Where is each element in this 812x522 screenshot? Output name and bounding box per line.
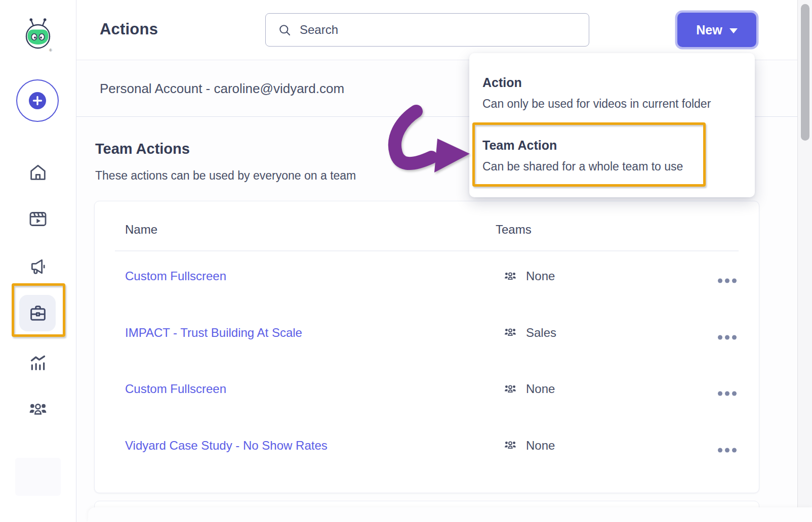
sidebar-item-analytics[interactable] <box>28 353 48 373</box>
table-row: IMPACT - Trust Building At Scale Sales <box>95 313 759 353</box>
teams-cell: None <box>503 269 555 283</box>
menu-item-description: Can only be used for videos in current f… <box>482 97 711 111</box>
team-icon <box>503 326 518 339</box>
vidyard-robot-icon: ® <box>18 14 58 55</box>
teams-cell: None <box>503 439 555 453</box>
ellipsis-menu-icon <box>718 392 722 396</box>
row-menu-button[interactable] <box>715 332 740 342</box>
menu-item-title: Team Action <box>482 138 557 153</box>
sidebar-item-teams[interactable] <box>28 400 48 420</box>
teams-cell: None <box>503 382 555 396</box>
bottom-overlay <box>88 507 812 522</box>
team-name: None <box>526 269 555 283</box>
sidebar-ghost-tile <box>15 458 61 496</box>
sidebar-item-home[interactable] <box>28 162 48 183</box>
action-name-link[interactable]: IMPACT - Trust Building At Scale <box>125 326 302 340</box>
column-header-name: Name <box>125 223 157 237</box>
team-name: Sales <box>526 326 556 340</box>
sidebar-item-actions[interactable] <box>28 303 48 323</box>
team-name: None <box>526 382 555 396</box>
menu-item-title: Action <box>482 75 522 90</box>
scrollbar-thumb[interactable] <box>801 4 809 141</box>
section-title: Team Actions <box>95 141 190 157</box>
team-icon <box>503 270 518 283</box>
row-menu-button[interactable] <box>715 388 740 399</box>
chevron-down-icon <box>729 28 738 33</box>
column-header-teams: Teams <box>496 223 532 237</box>
megaphone-icon <box>28 256 48 277</box>
table-row: Vidyard Case Study - No Show Rates None <box>95 425 759 466</box>
team-name: None <box>526 439 555 453</box>
people-icon <box>28 399 48 420</box>
search-placeholder: Search <box>300 23 338 37</box>
app-window: ® <box>0 0 812 522</box>
home-icon <box>28 162 48 183</box>
account-label: Personal Account - caroline@vidyard.com <box>100 81 344 97</box>
team-icon <box>503 382 518 396</box>
ellipsis-menu-icon <box>718 335 722 339</box>
analytics-icon <box>28 353 48 373</box>
menu-item-description: Can be shared for a whole team to use <box>482 160 683 173</box>
ellipsis-menu-icon <box>718 279 722 283</box>
sidebar-item-campaigns[interactable] <box>28 256 48 277</box>
table-row: Custom Fullscreen None <box>95 256 759 296</box>
search-input[interactable]: Search <box>265 13 589 47</box>
video-library-icon <box>28 209 48 229</box>
svg-text:®: ® <box>49 48 52 53</box>
team-icon <box>503 439 518 452</box>
top-bar: Actions Search New <box>76 0 797 60</box>
row-menu-button[interactable] <box>715 276 740 286</box>
action-name-link[interactable]: Custom Fullscreen <box>125 382 226 396</box>
section-subtitle: These actions can be used by everyone on… <box>95 169 356 183</box>
sidebar-item-videos[interactable] <box>28 209 48 229</box>
table-row: Custom Fullscreen None <box>95 369 759 409</box>
team-action-highlight-annotation <box>472 122 706 187</box>
create-button[interactable] <box>16 79 59 122</box>
header-divider <box>115 250 739 251</box>
action-name-link[interactable]: Custom Fullscreen <box>125 269 226 283</box>
new-button[interactable]: New <box>677 13 756 47</box>
teams-cell: Sales <box>503 326 556 340</box>
action-name-link[interactable]: Vidyard Case Study - No Show Rates <box>125 439 328 453</box>
new-button-label: New <box>696 23 722 37</box>
new-dropdown-menu: Action Can only be used for videos in cu… <box>469 53 755 197</box>
page-title: Actions <box>100 20 158 38</box>
search-icon <box>278 23 292 37</box>
briefcase-icon <box>28 303 48 323</box>
ellipsis-menu-icon <box>718 448 722 452</box>
team-actions-table: Name Teams Custom Fullscreen None <box>94 201 759 493</box>
plus-icon <box>29 92 46 109</box>
row-menu-button[interactable] <box>715 445 740 455</box>
vidyard-logo[interactable]: ® <box>18 14 58 55</box>
scrollbar-track[interactable] <box>797 0 812 522</box>
sidebar: ® <box>0 0 76 522</box>
